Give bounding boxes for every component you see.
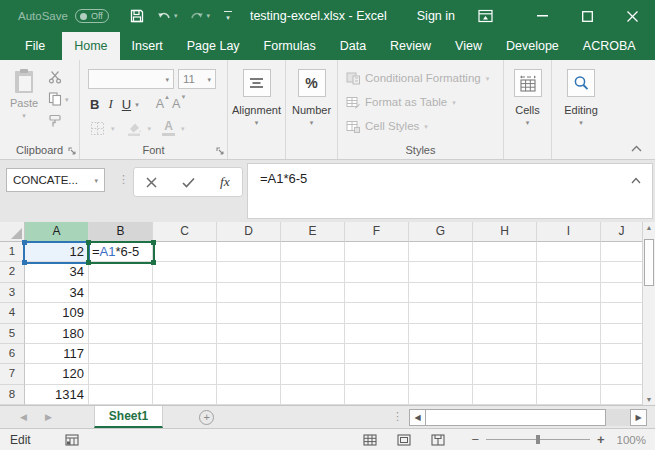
close-button[interactable] xyxy=(610,0,655,32)
bold-button[interactable]: B xyxy=(90,97,99,112)
column-header-h[interactable]: H xyxy=(473,222,537,242)
scroll-right-button[interactable]: ▶ xyxy=(630,409,647,426)
format-painter-button[interactable] xyxy=(48,114,69,128)
zoom-slider-thumb[interactable] xyxy=(536,435,540,444)
vertical-scrollbar[interactable]: ▲ ▼ xyxy=(642,222,655,405)
tab-data[interactable]: Data xyxy=(328,32,378,60)
cell-b2[interactable] xyxy=(89,262,153,282)
cut-button[interactable] xyxy=(48,70,69,84)
minimize-button[interactable] xyxy=(520,0,565,32)
cell-b3[interactable] xyxy=(89,283,153,303)
font-dialog-launcher[interactable] xyxy=(216,147,224,155)
cell-a2[interactable]: 34 xyxy=(25,262,89,282)
tab-view[interactable]: View xyxy=(443,32,494,60)
zoom-level[interactable]: 100% xyxy=(617,434,646,446)
empty-cells[interactable] xyxy=(153,262,642,282)
page-layout-view-button[interactable] xyxy=(397,434,411,446)
tell-me-box[interactable]: Tell me xyxy=(648,32,655,60)
tab-review[interactable]: Review xyxy=(378,32,443,60)
cell-b4[interactable] xyxy=(89,303,153,323)
cell-a7[interactable]: 120 xyxy=(25,364,89,384)
font-size-select[interactable]: 11 ▾ xyxy=(178,69,216,89)
ribbon-display-options-button[interactable] xyxy=(463,0,508,32)
redo-dropdown-icon[interactable]: ▾ xyxy=(206,12,210,20)
cell-a4[interactable]: 109 xyxy=(25,303,89,323)
borders-dropdown-icon[interactable]: ▾ xyxy=(111,125,115,132)
font-color-dropdown-icon[interactable]: ▾ xyxy=(181,125,185,132)
undo-button[interactable]: ▾ xyxy=(153,7,182,26)
fill-color-dropdown-icon[interactable]: ▾ xyxy=(148,125,152,132)
sign-in-button[interactable]: Sign in xyxy=(417,9,455,23)
vertical-scroll-thumb[interactable] xyxy=(644,239,654,286)
redo-button[interactable]: ▾ xyxy=(185,7,214,26)
insert-function-button[interactable]: fx xyxy=(220,174,230,190)
column-header-a[interactable]: A xyxy=(25,222,89,242)
undo-dropdown-icon[interactable]: ▾ xyxy=(174,12,178,20)
empty-cells[interactable] xyxy=(153,344,642,364)
copy-button[interactable]: ▾ xyxy=(48,92,69,106)
cell-b6[interactable] xyxy=(89,344,153,364)
row-header-8[interactable]: 8 xyxy=(0,385,25,405)
autosave-toggle[interactable]: Off xyxy=(75,9,109,23)
grow-font-button[interactable]: A▲ xyxy=(156,97,164,111)
previous-sheet-button[interactable]: ◀ xyxy=(20,412,27,422)
collapse-ribbon-button[interactable] xyxy=(631,145,642,152)
empty-cells[interactable] xyxy=(153,303,642,323)
column-header-b[interactable]: B xyxy=(89,222,153,242)
number-group-collapsed[interactable]: % Number ▾ xyxy=(286,60,338,159)
empty-cells[interactable] xyxy=(153,283,642,303)
horizontal-scroll-thumb[interactable] xyxy=(426,409,606,426)
tab-formulas[interactable]: Formulas xyxy=(252,32,328,60)
empty-cells[interactable] xyxy=(153,242,642,262)
format-as-table-button[interactable]: Format as Table ▾ xyxy=(338,90,503,114)
next-sheet-button[interactable]: ▶ xyxy=(45,412,52,422)
column-header-g[interactable]: G xyxy=(409,222,473,242)
row-header-7[interactable]: 7 xyxy=(0,364,25,384)
row-header-5[interactable]: 5 xyxy=(0,324,25,344)
customize-qat-button[interactable]: ▾ xyxy=(224,11,232,22)
normal-view-button[interactable] xyxy=(363,434,377,446)
underline-button[interactable]: U xyxy=(122,97,131,112)
editing-group-collapsed[interactable]: Editing ▾ xyxy=(552,60,610,159)
column-header-j[interactable]: J xyxy=(601,222,642,242)
scroll-left-button[interactable]: ◀ xyxy=(409,409,426,426)
shrink-font-button[interactable]: A▼ xyxy=(172,97,180,111)
name-box-dropdown-icon[interactable]: ▾ xyxy=(94,177,98,184)
row-header-4[interactable]: 4 xyxy=(0,303,25,323)
horizontal-scroll-track[interactable] xyxy=(606,409,630,426)
cell-a1[interactable]: 12 xyxy=(25,242,89,262)
font-color-button[interactable]: A xyxy=(162,120,175,136)
cell-a8[interactable]: 1314 xyxy=(25,385,89,405)
autosave-control[interactable]: AutoSave Off xyxy=(18,9,109,23)
page-break-preview-button[interactable] xyxy=(431,434,445,446)
formula-input[interactable]: =A1*6-5 xyxy=(247,163,653,219)
tab-bar-resize-handle[interactable]: ⋮ xyxy=(392,410,403,423)
sheet-tab-sheet1[interactable]: Sheet1 xyxy=(94,406,163,428)
horizontal-scrollbar[interactable]: ◀ ▶ xyxy=(409,409,647,426)
cell-b1-editing[interactable]: =A1*6-5 xyxy=(89,242,153,262)
cell-a5[interactable]: 180 xyxy=(25,324,89,344)
conditional-formatting-button[interactable]: Conditional Formatting ▾ xyxy=(338,66,503,90)
column-header-e[interactable]: E xyxy=(281,222,345,242)
empty-cells[interactable] xyxy=(153,324,642,344)
zoom-in-button[interactable]: + xyxy=(597,432,605,447)
column-header-d[interactable]: D xyxy=(217,222,281,242)
cell-b5[interactable] xyxy=(89,324,153,344)
alignment-group-collapsed[interactable]: Alignment ▾ xyxy=(228,60,286,159)
paste-button[interactable]: Paste ▾ xyxy=(6,68,42,119)
cancel-entry-button[interactable] xyxy=(146,177,157,188)
row-header-3[interactable]: 3 xyxy=(0,283,25,303)
fill-color-button[interactable] xyxy=(126,121,142,136)
tab-home[interactable]: Home xyxy=(62,32,119,60)
collapse-formula-bar-button[interactable] xyxy=(631,177,641,184)
scroll-down-button[interactable]: ▼ xyxy=(643,396,655,403)
tab-page-layout[interactable]: Page Lay xyxy=(175,32,252,60)
column-header-f[interactable]: F xyxy=(345,222,409,242)
tab-developer[interactable]: Develope xyxy=(494,32,571,60)
name-box[interactable]: CONCATE... ▾ xyxy=(6,168,105,192)
record-macro-button[interactable] xyxy=(65,434,79,446)
tab-acrobat[interactable]: ACROBA xyxy=(571,32,648,60)
cell-b7[interactable] xyxy=(89,364,153,384)
save-button[interactable] xyxy=(125,5,149,27)
tab-file[interactable]: File xyxy=(8,32,62,60)
